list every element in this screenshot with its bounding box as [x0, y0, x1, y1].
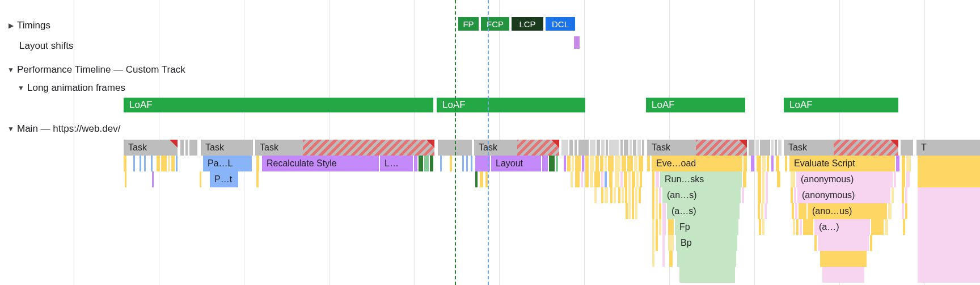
flame-bar[interactable] — [656, 235, 658, 251]
marker-fp[interactable]: FP — [458, 17, 479, 31]
flame-bar[interactable] — [124, 156, 126, 171]
flame-bar[interactable] — [668, 219, 674, 235]
marker-lcp[interactable]: LCP — [512, 17, 543, 31]
flame-bar[interactable] — [171, 156, 175, 171]
flame-bar[interactable] — [791, 187, 793, 203]
caret-down-icon[interactable]: ▼ — [7, 125, 15, 133]
flame-bar[interactable] — [590, 171, 593, 187]
flame-bar[interactable] — [419, 156, 423, 171]
flame-bar[interactable] — [168, 156, 170, 171]
flame-bar[interactable] — [679, 267, 735, 283]
flame-bar[interactable] — [140, 156, 141, 171]
flame-bar[interactable] — [256, 171, 259, 187]
task-bar[interactable]: Task — [255, 140, 434, 156]
task-bar-sm[interactable] — [180, 140, 184, 156]
loaf-bar[interactable]: LoAF — [784, 98, 898, 112]
flame-bar[interactable] — [614, 187, 616, 203]
flame-bar[interactable] — [564, 156, 566, 171]
task-bar-sm[interactable] — [775, 140, 777, 156]
flame-bar[interactable] — [485, 171, 488, 187]
flame-bar[interactable] — [762, 171, 764, 187]
flame-bar[interactable] — [758, 187, 761, 203]
track-header-layout-shifts[interactable]: Layout shifts — [7, 37, 980, 55]
flame-bar[interactable] — [800, 219, 802, 235]
flame-bar[interactable] — [466, 156, 468, 171]
flame-bar[interactable] — [785, 156, 787, 171]
track-header-perf-timeline[interactable]: ▼ Performance Timeline — Custom Track — [7, 61, 980, 78]
flame-bar[interactable] — [896, 156, 899, 171]
flame-bar[interactable] — [652, 203, 654, 219]
flame-bar[interactable] — [161, 156, 167, 171]
flame-bar[interactable] — [766, 187, 768, 203]
flame-bar[interactable] — [662, 235, 665, 251]
flame-bar[interactable] — [600, 156, 603, 171]
flame-bar[interactable] — [758, 171, 761, 187]
flame-bar[interactable] — [776, 156, 779, 171]
marker-fcp[interactable]: FCP — [481, 17, 509, 31]
task-bar-sm[interactable] — [578, 140, 589, 156]
flame-bar[interactable] — [777, 171, 780, 187]
flame-bar[interactable] — [605, 187, 608, 203]
flame-bar[interactable] — [440, 156, 442, 171]
flame-bar[interactable] — [605, 156, 607, 171]
track-header-main[interactable]: ▼ Main — https://web.dev/ — [7, 120, 980, 137]
task-bar-sm[interactable] — [575, 140, 577, 156]
flame-bar[interactable] — [575, 156, 581, 171]
flame-bar[interactable] — [902, 203, 904, 219]
flame-bar[interactable] — [918, 156, 980, 171]
flame-bar[interactable] — [575, 171, 580, 187]
flame-bar[interactable] — [652, 235, 654, 251]
task-bar-sm[interactable] — [771, 140, 774, 156]
task-bar-sm[interactable] — [438, 140, 472, 156]
flame-bar[interactable] — [567, 156, 571, 171]
flame-bar[interactable] — [662, 203, 666, 219]
task-bar[interactable]: Task — [201, 140, 253, 156]
task-bar[interactable]: Task — [124, 140, 178, 156]
flame-bar[interactable] — [628, 187, 631, 203]
flame-bar[interactable] — [601, 171, 603, 187]
flame-bar-anonymous2[interactable]: (anonymous) — [797, 187, 890, 203]
flame-bar[interactable] — [677, 251, 736, 267]
task-bar-sm[interactable] — [561, 140, 568, 156]
flame-bar[interactable] — [622, 156, 626, 171]
flame-bar[interactable] — [902, 156, 905, 171]
flame-bar-ans[interactable]: (an…s) — [662, 187, 741, 203]
flame-bar[interactable] — [475, 156, 490, 171]
flame-bar[interactable] — [759, 219, 761, 235]
flame-bar[interactable] — [605, 171, 607, 187]
flame-bar[interactable] — [430, 156, 433, 171]
flame-bar[interactable] — [764, 203, 767, 219]
flame-bar[interactable] — [640, 171, 642, 187]
task-bar-sm[interactable] — [901, 140, 913, 156]
flame-bar[interactable] — [176, 156, 178, 171]
flame-bar-layout[interactable]: Layout — [491, 156, 541, 171]
flame-bar-bp[interactable]: Bp — [676, 235, 737, 251]
flame-bar[interactable] — [609, 171, 612, 187]
task-bar-sm[interactable] — [189, 140, 197, 156]
flame-bar[interactable] — [144, 156, 146, 171]
flame-bar[interactable] — [906, 156, 911, 171]
flame-bar[interactable] — [918, 187, 980, 203]
flame-bar[interactable] — [157, 156, 160, 171]
flame-bar[interactable] — [771, 156, 774, 171]
track-header-long-anim[interactable]: ▼ Long animation frames — [7, 79, 980, 97]
task-bar-sm[interactable] — [749, 140, 754, 156]
flame-bar[interactable] — [462, 156, 464, 171]
flame-bar[interactable] — [794, 187, 796, 203]
caret-down-icon[interactable]: ▼ — [17, 84, 25, 92]
flame-bar[interactable] — [639, 187, 641, 203]
flame-bar[interactable] — [608, 156, 614, 171]
flame-bar-pt[interactable]: P…t — [210, 171, 238, 187]
flame-bar[interactable] — [757, 156, 761, 171]
flame-bar[interactable] — [414, 156, 417, 171]
flame-bar[interactable] — [662, 251, 665, 267]
task-bar-sm[interactable] — [609, 140, 619, 156]
loaf-bar[interactable]: LoAF — [124, 98, 433, 112]
task-bar-sm[interactable] — [601, 140, 605, 156]
flame-bar[interactable] — [556, 156, 558, 171]
task-bar[interactable]: Task — [784, 140, 898, 156]
flame-bar[interactable] — [639, 156, 643, 171]
task-bar[interactable]: Task — [647, 140, 747, 156]
flame-bar-evaluate[interactable]: Evaluate Script — [789, 156, 895, 171]
flame-bar[interactable] — [918, 171, 980, 187]
